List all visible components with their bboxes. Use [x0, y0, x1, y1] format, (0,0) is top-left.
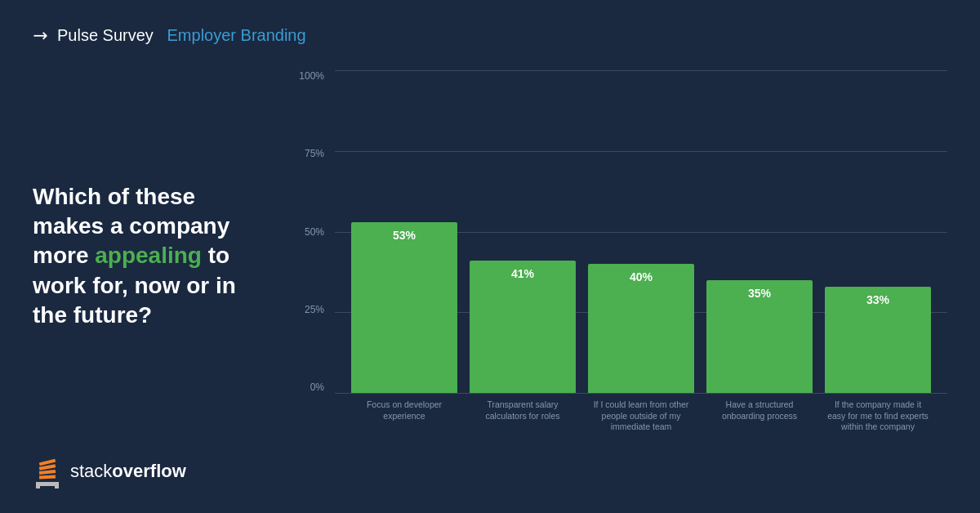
so-text: stackoverflow — [70, 461, 186, 482]
bar-value-0: 53% — [393, 229, 416, 242]
so-logo: stackoverflow — [33, 454, 186, 488]
bar-value-4: 33% — [866, 293, 889, 306]
bar-group-2: 40% — [588, 70, 694, 393]
header-label: Pulse Survey — [57, 26, 154, 44]
bar-group-1: 41% — [470, 70, 576, 393]
x-label-1: Transparent salary calculators for roles — [470, 393, 576, 442]
y-label-100: 100% — [299, 70, 331, 82]
so-text-regular: stack — [70, 461, 112, 481]
y-label-0: 0% — [310, 381, 331, 393]
y-axis: 100% 75% 50% 25% 0% — [294, 70, 331, 393]
bar-group-4: 33% — [825, 70, 931, 393]
question-text: Which of these makes a company more appe… — [33, 182, 261, 331]
bar-3: 35% — [706, 280, 813, 393]
x-label-2: If I could learn from other people outsi… — [588, 393, 694, 442]
left-panel: Which of these makes a company more appe… — [33, 70, 278, 442]
x-label-0: Focus on developer experience — [351, 393, 457, 442]
bars-container: 53% 41% 40% 35 — [335, 70, 947, 393]
bar-value-1: 41% — [511, 267, 534, 280]
y-label-75: 75% — [305, 148, 331, 159]
header: ↗ Pulse Survey Employer Branding — [33, 25, 947, 46]
y-label-25: 25% — [305, 304, 331, 315]
bar-4: 33% — [825, 287, 931, 393]
header-title: Pulse Survey Employer Branding — [57, 26, 306, 45]
page-container: ↗ Pulse Survey Employer Branding Which o… — [0, 0, 980, 513]
bar-0: 53% — [351, 222, 457, 393]
y-label-50: 50% — [305, 226, 331, 238]
header-accent: Employer Branding — [167, 26, 306, 44]
chart-area: 100% 75% 50% 25% 0% — [294, 70, 947, 442]
question-accent: appealing — [95, 243, 202, 268]
bar-group-0: 53% — [351, 70, 457, 393]
trend-icon: ↗ — [27, 22, 52, 47]
x-labels: Focus on developer experience Transparen… — [335, 393, 947, 442]
bar-2: 40% — [588, 264, 694, 393]
bar-value-3: 35% — [748, 287, 771, 300]
svg-rect-1 — [36, 482, 40, 488]
x-label-3: Have a structured onboarding process — [706, 393, 813, 442]
svg-rect-4 — [39, 470, 56, 475]
footer: stackoverflow — [33, 454, 947, 488]
x-label-4: If the company made it easy for me to fi… — [825, 393, 931, 442]
bar-group-3: 35% — [706, 70, 813, 393]
svg-rect-3 — [39, 475, 56, 479]
svg-rect-2 — [55, 482, 59, 488]
chart-panel: 100% 75% 50% 25% 0% — [294, 70, 947, 442]
bar-value-2: 40% — [630, 270, 653, 283]
main-content: Which of these makes a company more appe… — [33, 70, 947, 442]
so-logo-icon — [33, 454, 62, 488]
so-text-bold: overflow — [112, 461, 185, 481]
bar-1: 41% — [470, 261, 576, 393]
